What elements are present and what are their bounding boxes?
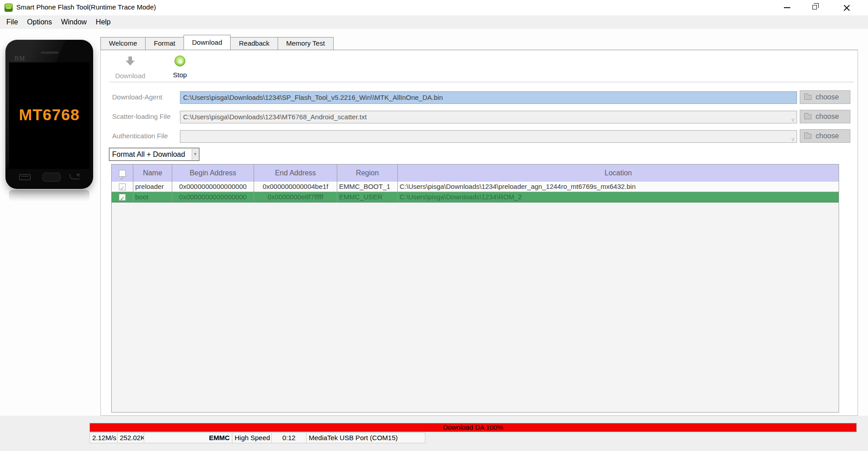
restore-button[interactable] [805,0,826,15]
format-mode-value: Format All + Download [112,150,185,158]
cell-region: EMMC_BOOT_1 [337,182,398,192]
status-usb-speed: High Speed [232,432,272,443]
row-checkbox-cell[interactable] [112,182,133,192]
menu-window[interactable]: Window [57,15,91,29]
minimize-button[interactable] [777,0,797,15]
scatter-file-choose-button[interactable]: choose [800,110,850,123]
status-speed: 2.12M/s [90,432,118,443]
scatter-file-value: C:\Users\pisga\Downloads\1234\MT6768_And… [183,113,367,121]
checkbox-checked-icon[interactable] [119,170,126,177]
table-row-boot[interactable]: boot 0x0000000000000000 0x0000000e8f7fff… [112,192,839,202]
menu-options[interactable]: Options [23,15,57,29]
status-usb-port: MediaTek USB Port (COM15) [306,432,425,443]
restore-icon [812,5,817,9]
cell-location: C:\Users\pisga\Downloads\1234\ROM_2 [398,192,839,202]
home-button-icon [42,173,61,182]
progress-label: Download DA 100% [443,423,503,431]
row-checkbox-cell[interactable] [112,192,133,202]
tab-memory-test[interactable]: Memory Test [278,37,334,50]
app-icon [5,4,13,12]
col-name: Name [133,164,172,182]
status-transferred: 252.02K [117,432,144,443]
cell-end-address: 0x000000000004be1f [254,182,337,192]
folder-icon [804,134,811,139]
format-mode-dropdown[interactable]: Format All + Download ▼ [109,148,199,161]
title-bar: Smart Phone Flash Tool(Runtime Trace Mod… [0,0,868,15]
download-tab-panel: Download Stop Download-Agent C:\Users\pi… [100,50,858,416]
table-row-preloader[interactable]: preloader 0x0000000000000000 0x000000000… [112,182,839,192]
status-elapsed-time: 0:12 [271,432,307,443]
cell-end-address: 0x0000000e8f7fffff [254,192,337,202]
download-arrow-icon [124,56,136,67]
download-agent-input[interactable]: C:\Users\pisga\Downloads\1234\SP_Flash_T… [180,91,797,104]
minimize-icon [784,7,790,8]
scatter-file-label: Scatter-loading File [112,113,179,120]
close-button[interactable] [836,0,857,15]
choose-label: choose [816,132,839,140]
tab-format[interactable]: Format [145,37,184,50]
cell-begin-address: 0x0000000000000000 [172,192,254,202]
auth-file-choose-button[interactable]: choose [800,129,850,143]
chevron-down-icon[interactable]: v [792,114,794,123]
tab-readback[interactable]: Readback [230,37,278,50]
checkbox-checked-icon[interactable] [119,194,126,201]
phone-screen: MT6768 [9,62,90,169]
menu-file[interactable]: File [2,15,23,29]
close-icon [844,5,850,11]
tab-download[interactable]: Download [184,35,231,50]
stop-action-button[interactable]: Stop [160,56,199,79]
folder-icon [804,95,811,100]
stop-icon [175,56,185,66]
choose-label: choose [816,113,839,120]
phone-reflection [9,190,90,202]
cell-region: EMMC_USER [337,192,398,202]
auth-file-input[interactable]: v [180,130,797,143]
download-action-label: Download [111,72,150,80]
tab-welcome[interactable]: Welcome [100,37,146,50]
main-body: BM MT6768 Welcome Format Download Readba… [0,29,868,451]
download-progress-bar: Download DA 100% [90,423,857,432]
window-title: Smart Phone Flash Tool(Runtime Trace Mod… [16,3,156,11]
chevron-down-icon[interactable]: v [792,133,794,143]
partition-table: Name Begin Address End Address Region Lo… [111,164,839,413]
cell-name: preloader [133,182,172,192]
choose-label: choose [816,93,839,101]
col-region: Region [337,164,398,182]
cell-begin-address: 0x0000000000000000 [172,182,254,192]
menu-help[interactable]: Help [91,15,115,29]
col-end-address: End Address [254,164,337,182]
col-begin-address: Begin Address [172,164,254,182]
phone-brand-label: BM [14,55,25,62]
menu-bar: File Options Window Help [0,15,868,29]
phone-nav-row [5,173,93,183]
cell-location: C:\Users\pisga\Downloads\1234\preloader_… [398,182,839,192]
auth-file-label: Authentication File [112,132,179,140]
download-agent-label: Download-Agent [112,93,179,101]
scatter-file-input[interactable]: C:\Users\pisga\Downloads\1234\MT6768_And… [180,111,797,123]
col-location: Location [398,164,839,182]
status-storage-type: EMMC [144,432,232,443]
tab-strip: Welcome Format Download Readback Memory … [100,35,333,50]
phone-illustration: BM MT6768 [5,40,93,189]
back-arrow-icon [70,174,80,179]
download-action-button[interactable]: Download [111,56,150,80]
table-header-row: Name Begin Address End Address Region Lo… [112,164,839,182]
phone-speaker [41,52,59,54]
checkbox-checked-icon[interactable] [119,183,126,190]
stop-action-label: Stop [160,71,199,79]
cell-name: boot [133,192,172,202]
download-agent-choose-button[interactable]: choose [800,90,850,104]
chevron-down-icon[interactable]: ▼ [192,149,198,160]
toolbar-separator [109,82,854,82]
menu-nav-icon [19,174,31,180]
folder-icon [804,114,811,119]
select-all-cell[interactable] [112,164,133,182]
chip-label: MT6768 [9,106,90,124]
